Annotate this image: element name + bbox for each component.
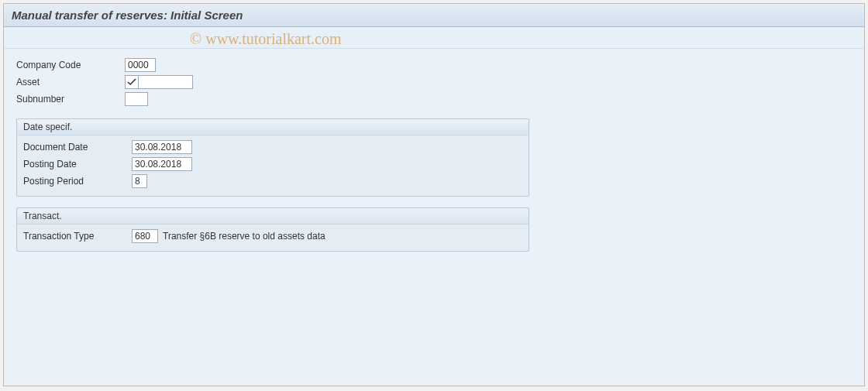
check-icon: [127, 77, 136, 87]
asset-checkbox[interactable]: [125, 75, 139, 89]
date-specif-title: Date specif.: [17, 119, 529, 135]
company-code-label: Company Code: [16, 58, 125, 72]
document-date-field[interactable]: [132, 140, 192, 154]
date-specif-group: Date specif. Document Date Posting Date …: [16, 118, 529, 197]
transaction-type-field[interactable]: [132, 229, 158, 243]
window-title: Manual transfer of reserves: Initial Scr…: [4, 4, 864, 27]
subnumber-field[interactable]: [125, 92, 148, 106]
transaction-type-label: Transaction Type: [23, 229, 132, 243]
transact-title: Transact.: [17, 208, 529, 225]
toolbar-strip: [4, 27, 864, 49]
posting-period-field[interactable]: [132, 174, 147, 188]
app-frame: Manual transfer of reserves: Initial Scr…: [3, 3, 865, 386]
posting-date-label: Posting Date: [23, 157, 132, 171]
content-area: Company Code Asset Subnumber Date specif…: [4, 49, 864, 259]
asset-label: Asset: [16, 75, 125, 89]
transaction-type-description: Transfer §6B reserve to old assets data: [163, 231, 326, 242]
document-date-label: Document Date: [23, 140, 132, 154]
posting-period-label: Posting Period: [23, 174, 132, 188]
subnumber-label: Subnumber: [16, 92, 125, 106]
transact-group: Transact. Transaction Type Transfer §6B …: [16, 208, 529, 252]
posting-date-field[interactable]: [132, 157, 192, 171]
asset-field[interactable]: [139, 75, 193, 89]
company-code-field[interactable]: [125, 58, 156, 72]
